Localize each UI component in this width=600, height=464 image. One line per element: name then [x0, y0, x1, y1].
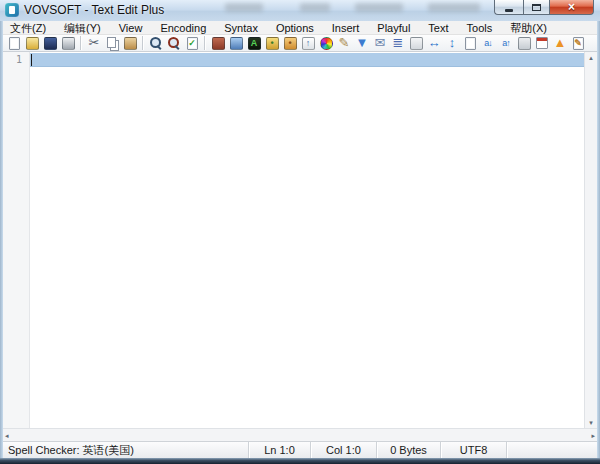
search-next-icon[interactable]: [166, 35, 182, 51]
copy-icon[interactable]: [104, 35, 120, 51]
swap-vertical-icon[interactable]: ↕: [444, 35, 460, 51]
menu-view[interactable]: View: [113, 21, 155, 35]
scroll-right-icon[interactable]: ▸: [591, 430, 595, 441]
replace-icon[interactable]: ✓: [184, 35, 200, 51]
new-file-icon[interactable]: [6, 35, 22, 51]
paste-icon: [124, 37, 137, 50]
new-file-icon: [9, 37, 20, 50]
window-title: VOVSOFT - Text Edit Plus: [24, 3, 164, 17]
code-view-icon[interactable]: A: [246, 35, 262, 51]
menu-insert[interactable]: Insert: [326, 21, 372, 35]
menu-encoding[interactable]: Encoding: [154, 21, 218, 35]
editor-area: 1 ▴ ▾: [3, 52, 597, 428]
encrypt-lock-icon[interactable]: •: [264, 35, 280, 51]
sort-descending-icon: a↑: [502, 36, 510, 50]
aero-glass-artifact: [355, 3, 403, 12]
status-column: Col 1:0: [311, 442, 377, 458]
toolbar-separator: [80, 36, 82, 50]
notes-edit-icon: ✎: [573, 37, 584, 50]
menu-help[interactable]: 帮助(X): [504, 21, 559, 35]
app-window: VOVSOFT - Text Edit Plus × 文件(Z)编辑(Y)Vie…: [0, 0, 600, 464]
computer-icon[interactable]: [228, 35, 244, 51]
maximize-button[interactable]: [523, 0, 550, 15]
scroll-up-icon[interactable]: ▴: [589, 52, 593, 63]
sort-ascending-icon[interactable]: a↓: [480, 35, 496, 51]
alert-lamp-icon[interactable]: ▲: [552, 35, 568, 51]
pen-icon: ✎: [339, 36, 350, 50]
print-icon[interactable]: [60, 35, 76, 51]
color-picker-icon: [320, 37, 333, 50]
decrypt-lock-icon[interactable]: •: [282, 35, 298, 51]
upload-box-icon: ↑: [302, 37, 315, 50]
line-number: 1: [3, 52, 29, 66]
duplicate-lines-icon: [410, 37, 423, 50]
copy-icon: [107, 37, 116, 48]
window-border-bottom: [0, 458, 600, 464]
menu-file[interactable]: 文件(Z): [4, 21, 58, 35]
text-content[interactable]: [30, 52, 584, 428]
status-line: Ln 1:0: [249, 442, 311, 458]
toolbar-separator: [204, 36, 206, 50]
list-lines-icon[interactable]: ≣: [390, 35, 406, 51]
code-view-icon: A: [248, 37, 261, 50]
menu-text[interactable]: Text: [422, 21, 460, 35]
search-icon[interactable]: [148, 35, 164, 51]
email-icon[interactable]: ✉: [372, 35, 388, 51]
paste-page-icon[interactable]: [462, 35, 478, 51]
filter-icon[interactable]: ▼: [354, 35, 370, 51]
menu-playful[interactable]: Playful: [371, 21, 422, 35]
pen-icon[interactable]: ✎: [336, 35, 352, 51]
open-file-icon[interactable]: [24, 35, 40, 51]
dictionary-book-icon[interactable]: [210, 35, 226, 51]
paste-icon[interactable]: [122, 35, 138, 51]
menu-options[interactable]: Options: [270, 21, 326, 35]
scroll-left-icon[interactable]: ◂: [5, 430, 9, 441]
toolbar: ✂✓A••↑✎▼✉≣↔↕a↓a↑▲✎: [3, 35, 597, 52]
swap-horizontal-icon: ↔: [428, 36, 441, 50]
menu-syntax[interactable]: Syntax: [218, 21, 270, 35]
status-bar: Spell Checker: 英语(美国)Ln 1:0Col 1:00 Byte…: [3, 441, 597, 458]
line-number-gutter: 1: [3, 52, 30, 428]
duplicate-lines-icon[interactable]: [408, 35, 424, 51]
color-picker-icon[interactable]: [318, 35, 334, 51]
sort-ascending-icon: a↓: [484, 36, 492, 50]
search-icon: [148, 35, 164, 51]
horizontal-scrollbar[interactable]: ◂ ▸: [3, 428, 597, 441]
sort-descending-icon[interactable]: a↑: [498, 35, 514, 51]
close-icon: ×: [568, 1, 575, 14]
vertical-scrollbar[interactable]: ▴ ▾: [584, 52, 597, 428]
window-panel-icon: [518, 37, 531, 50]
paste-page-icon: [465, 37, 476, 50]
list-lines-icon: ≣: [393, 36, 404, 50]
title-bar[interactable]: VOVSOFT - Text Edit Plus ×: [0, 0, 600, 21]
menu-edit[interactable]: 编辑(Y): [58, 21, 113, 35]
minimize-button[interactable]: [494, 0, 523, 15]
cut-icon: ✂: [89, 36, 100, 50]
cut-icon[interactable]: ✂: [86, 35, 102, 51]
open-file-icon: [26, 37, 39, 50]
aero-glass-artifact: [300, 3, 330, 12]
app-icon[interactable]: [5, 3, 19, 17]
email-icon: ✉: [375, 36, 386, 50]
window-controls: ×: [494, 0, 594, 15]
computer-icon: [230, 37, 243, 50]
toolbar-separator: [142, 36, 144, 50]
status-extra: [507, 442, 597, 458]
dictionary-book-icon: [212, 37, 225, 50]
window-panel-icon[interactable]: [516, 35, 532, 51]
menu-tools[interactable]: Tools: [461, 21, 505, 35]
encrypt-lock-icon: •: [266, 37, 279, 50]
status-spell-checker: Spell Checker: 英语(美国): [3, 442, 249, 458]
minimize-icon: [505, 9, 513, 12]
swap-horizontal-icon[interactable]: ↔: [426, 35, 442, 51]
scroll-down-icon[interactable]: ▾: [589, 417, 593, 428]
status-bytes: 0 Bytes: [377, 442, 441, 458]
close-button[interactable]: ×: [550, 0, 594, 15]
calendar-icon[interactable]: [534, 35, 550, 51]
text-caret: [31, 54, 32, 66]
save-file-icon[interactable]: [42, 35, 58, 51]
current-line-highlight: [30, 53, 584, 67]
notes-edit-icon[interactable]: ✎: [570, 35, 586, 51]
upload-box-icon[interactable]: ↑: [300, 35, 316, 51]
save-file-icon: [44, 37, 57, 50]
